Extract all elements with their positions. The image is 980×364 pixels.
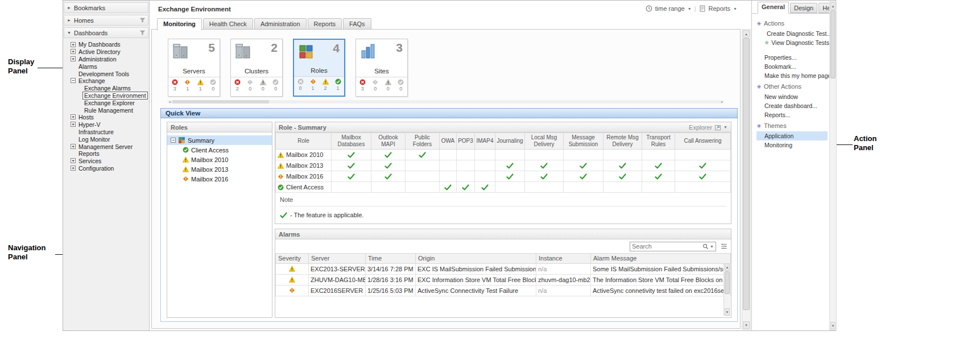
main-vertical-scrollbar[interactable]: ▲ ▼ bbox=[742, 29, 751, 330]
panel-tab-help[interactable]: Help bbox=[818, 3, 829, 13]
scrollbar-thumb[interactable] bbox=[725, 271, 730, 294]
status-warning[interactable]: 1 bbox=[194, 77, 207, 96]
nav-section-homes[interactable]: ► Homes bbox=[64, 15, 148, 26]
customizer-icon[interactable] bbox=[721, 243, 727, 250]
summary-col-remote-msg-delivery[interactable]: Remote Msg Delivery bbox=[603, 133, 642, 150]
time-range-control[interactable]: time range bbox=[655, 5, 685, 12]
search-icon[interactable] bbox=[702, 243, 709, 250]
action-vertical-scrollbar[interactable]: ▲ ▼ bbox=[829, 1, 837, 330]
alarms-col-alarm-message[interactable]: Alarm Message bbox=[591, 254, 731, 264]
nav-item-exchange[interactable]: −Exchange bbox=[63, 77, 149, 85]
summary-row-mailbox-2016[interactable]: Mailbox 2016 bbox=[276, 171, 731, 182]
nav-item-infrastructure[interactable]: Infrastructure bbox=[63, 129, 149, 136]
alarms-col-severity[interactable]: Severity bbox=[276, 254, 309, 264]
scroll-up-icon[interactable]: ▲ bbox=[743, 30, 750, 38]
expander-icon[interactable]: − bbox=[171, 138, 176, 143]
scroll-up-icon[interactable]: ▲ bbox=[830, 2, 836, 10]
action-properties[interactable]: Properties... bbox=[756, 53, 829, 62]
status-normal[interactable]: 1 bbox=[332, 77, 344, 96]
expander-icon[interactable]: + bbox=[71, 114, 76, 119]
filter-icon[interactable] bbox=[140, 30, 145, 35]
nav-item-alarms[interactable]: Alarms bbox=[63, 63, 149, 70]
expander-icon[interactable]: − bbox=[71, 78, 76, 83]
scroll-right-icon[interactable]: ► bbox=[720, 100, 724, 104]
alarms-vertical-scrollbar[interactable]: ▲ ▼ bbox=[723, 263, 730, 316]
nav-item-exchange-environment[interactable]: Exchange Environment bbox=[63, 92, 149, 100]
status-fatal[interactable]: 3 bbox=[168, 77, 181, 96]
nav-item-administration[interactable]: +Administration bbox=[63, 56, 149, 63]
roles-tree-item-mailbox-2010[interactable]: Mailbox 2010 bbox=[167, 155, 272, 164]
action-view-diagnostic-tests[interactable]: View Diagnostic Tests bbox=[756, 38, 829, 47]
summary-col-call-answering[interactable]: Call Answering bbox=[675, 133, 731, 150]
summary-row-mailbox-2010[interactable]: Mailbox 2010 bbox=[276, 150, 731, 160]
scrollbar-thumb[interactable] bbox=[743, 38, 750, 310]
nav-item-development-tools[interactable]: Development Tools bbox=[63, 70, 149, 77]
tab-health-check[interactable]: Health Check bbox=[203, 18, 253, 30]
section-header-other-actions[interactable]: Other Actions bbox=[756, 83, 829, 90]
chevron-right-icon[interactable]: ► bbox=[67, 6, 71, 10]
chevron-down-icon[interactable]: ▼ bbox=[67, 31, 71, 35]
status-warning[interactable]: 2 bbox=[319, 77, 332, 96]
nav-item-rule-management[interactable]: Rule Management bbox=[63, 106, 149, 114]
panel-tab-design[interactable]: Design bbox=[790, 3, 817, 13]
nav-item-hyper-v[interactable]: +Hyper-V bbox=[63, 121, 149, 129]
alarms-col-origin[interactable]: Origin bbox=[416, 254, 536, 264]
nav-item-my-dashboards[interactable]: +My Dashboards bbox=[63, 41, 149, 48]
explorer-icon[interactable] bbox=[714, 124, 721, 131]
nav-item-log-monitor[interactable]: Log Monitor bbox=[63, 135, 149, 143]
action-make-this-my-home-page[interactable]: Make this my home page bbox=[756, 71, 829, 80]
status-critical[interactable]: 0 bbox=[244, 77, 257, 96]
scroll-up-icon[interactable]: ▲ bbox=[725, 263, 730, 271]
action-create-diagnostic-test[interactable]: Create Diagnostic Test... bbox=[756, 29, 829, 38]
roles-tree-item-mailbox-2013[interactable]: Mailbox 2013 bbox=[167, 164, 272, 174]
roles-tree-item-summary[interactable]: −Summary bbox=[167, 135, 272, 145]
chevron-down-icon[interactable]: ▼ bbox=[710, 245, 714, 249]
nav-item-exchange-explorer[interactable]: Exchange Explorer bbox=[63, 99, 149, 106]
reports-icon[interactable] bbox=[699, 5, 706, 12]
summary-col-owa[interactable]: OWA bbox=[440, 133, 457, 150]
summary-col-mailbox-databases[interactable]: Mailbox Databases bbox=[332, 133, 371, 150]
search-input[interactable] bbox=[632, 243, 701, 250]
tile-sites[interactable]: 3 Sites 3000 bbox=[355, 39, 408, 97]
action-bookmark[interactable]: Bookmark... bbox=[756, 62, 829, 71]
chevron-down-icon[interactable]: ▼ bbox=[733, 7, 737, 11]
alarm-row-exc2016server[interactable]: EXC2016SERVER 1/25/16 5:03 PM ActiveSync… bbox=[276, 286, 731, 296]
chevron-down-icon[interactable]: ▼ bbox=[688, 7, 692, 11]
nav-section-bookmarks[interactable]: ► Bookmarks bbox=[64, 2, 148, 13]
action-new-window[interactable]: New window bbox=[756, 92, 829, 101]
status-critical[interactable]: 1 bbox=[307, 77, 319, 96]
nav-item-exchange-alarms[interactable]: Exchange Alarms bbox=[63, 85, 149, 92]
scroll-down-icon[interactable]: ▼ bbox=[725, 308, 730, 316]
tab-monitoring[interactable]: Monitoring bbox=[157, 18, 202, 31]
alarms-col-server[interactable]: Server bbox=[309, 254, 366, 264]
tile-servers[interactable]: 5 Servers 3110 bbox=[168, 39, 220, 97]
summary-col-imap4[interactable]: IMAP4 bbox=[475, 133, 495, 150]
summary-col-message-submission[interactable]: Message Submission bbox=[564, 133, 603, 150]
tab-administration[interactable]: Administration bbox=[254, 18, 307, 30]
nav-item-active-directory[interactable]: +Active Directory bbox=[63, 48, 149, 56]
section-header-themes[interactable]: Themes bbox=[756, 122, 829, 129]
tiles-horizontal-scrollbar[interactable]: ◄ ► bbox=[168, 100, 724, 104]
alarms-col-instance[interactable]: Instance bbox=[536, 254, 591, 264]
reports-menu[interactable]: Reports bbox=[709, 5, 731, 12]
summary-row-mailbox-2013[interactable]: Mailbox 2013 bbox=[276, 160, 731, 171]
section-header-actions[interactable]: Actions bbox=[756, 20, 829, 27]
nav-section-dashboards[interactable]: ▼ Dashboards bbox=[64, 27, 148, 38]
status-fatal[interactable]: 3 bbox=[356, 77, 369, 96]
search-box[interactable]: ▼ bbox=[630, 242, 716, 251]
roles-tree-item-mailbox-2016[interactable]: Mailbox 2016 bbox=[167, 174, 272, 184]
filter-icon[interactable] bbox=[140, 18, 145, 23]
alarm-row-zhuvm-dag10-mb2[interactable]: ZHUVM-DAG10-MB2 1/28/16 3:16 PM EXC Info… bbox=[276, 275, 731, 286]
status-fatal[interactable]: 2 bbox=[231, 77, 244, 96]
expander-icon[interactable]: + bbox=[71, 166, 76, 171]
action-monitoring[interactable]: Monitoring bbox=[756, 140, 829, 150]
summary-row-client-access[interactable]: Client Access bbox=[276, 182, 731, 193]
status-normal[interactable]: 0 bbox=[270, 77, 283, 96]
alarms-col-time[interactable]: Time bbox=[366, 254, 416, 264]
summary-col-pop3[interactable]: POP3 bbox=[457, 133, 475, 150]
action-create-dashboard[interactable]: Create dashboard... bbox=[756, 101, 829, 110]
nav-item-configuration[interactable]: +Configuration bbox=[63, 165, 149, 172]
tab-reports[interactable]: Reports bbox=[308, 18, 342, 30]
scrollbar-thumb[interactable] bbox=[172, 100, 269, 104]
alarm-row-exc2013-server[interactable]: EXC2013-SERVER 3/14/16 7:28 PM EXC IS Ma… bbox=[276, 264, 731, 275]
